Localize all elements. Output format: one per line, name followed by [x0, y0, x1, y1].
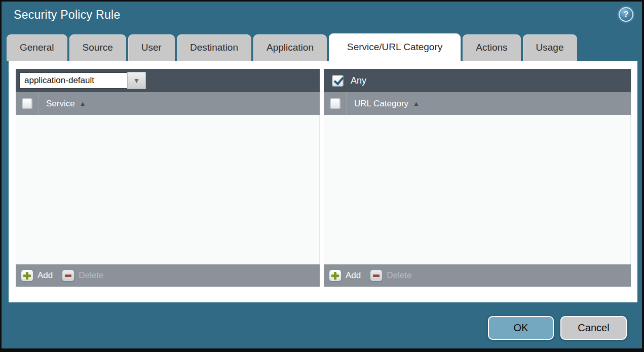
- tab-application[interactable]: Application: [253, 34, 327, 61]
- url-category-panel: Any URL Category ▲ Add: [324, 69, 631, 287]
- url-category-footer: Add Delete: [324, 264, 631, 287]
- plus-icon: [329, 269, 342, 282]
- tab-usage[interactable]: Usage: [523, 34, 577, 61]
- sort-ascending-icon: ▲: [413, 100, 420, 107]
- tab-user[interactable]: User: [128, 34, 175, 61]
- delete-label: Delete: [79, 270, 103, 281]
- service-toolbar: ▼: [16, 69, 320, 92]
- service-list-body: [16, 115, 320, 264]
- url-category-list-body: [324, 115, 631, 264]
- any-checkbox[interactable]: [332, 75, 343, 86]
- security-policy-rule-dialog: Security Policy Rule ? General Source Us…: [0, 0, 644, 352]
- tab-source[interactable]: Source: [69, 34, 126, 61]
- service-table-header: Service ▲: [16, 92, 320, 115]
- url-category-column-label: URL Category: [354, 99, 408, 109]
- service-column-label: Service: [46, 99, 75, 109]
- tab-general[interactable]: General: [7, 34, 67, 61]
- any-label: Any: [351, 75, 366, 86]
- tab-destination[interactable]: Destination: [177, 34, 251, 61]
- dialog-title: Security Policy Rule: [14, 8, 121, 22]
- service-header-checkbox-cell: [16, 92, 39, 115]
- delete-label: Delete: [387, 270, 411, 281]
- service-type-input[interactable]: [19, 72, 127, 89]
- service-footer: Add Delete: [16, 264, 320, 287]
- tab-bar: General Source User Destination Applicat…: [7, 33, 577, 61]
- tab-actions[interactable]: Actions: [463, 34, 520, 61]
- url-category-delete-button[interactable]: Delete: [370, 269, 411, 282]
- url-category-table-header: URL Category ▲: [324, 92, 631, 115]
- add-label: Add: [346, 270, 361, 281]
- url-category-header-checkbox-cell: [324, 92, 347, 115]
- chevron-down-icon[interactable]: ▼: [127, 72, 146, 89]
- any-row: Any: [327, 75, 366, 86]
- service-panel: ▼ Service ▲ Add Dele: [16, 69, 320, 287]
- url-category-add-button[interactable]: Add: [329, 269, 361, 282]
- ok-button[interactable]: OK: [488, 316, 554, 340]
- minus-icon: [370, 269, 383, 282]
- service-delete-button[interactable]: Delete: [62, 269, 103, 282]
- sort-ascending-icon: ▲: [80, 100, 86, 107]
- service-column-header[interactable]: Service ▲: [46, 99, 86, 109]
- service-type-combobox: ▼: [19, 72, 146, 89]
- url-category-toolbar: Any: [324, 69, 631, 92]
- url-category-select-all-checkbox[interactable]: [330, 99, 340, 108]
- cancel-button[interactable]: Cancel: [560, 316, 627, 340]
- plus-icon: [21, 269, 33, 282]
- service-add-button[interactable]: Add: [21, 269, 53, 282]
- service-select-all-checkbox[interactable]: [22, 99, 32, 108]
- minus-icon: [62, 269, 74, 282]
- add-label: Add: [37, 270, 53, 281]
- tab-content-area: ▼ Service ▲ Add Dele: [9, 61, 637, 302]
- url-category-column-header[interactable]: URL Category ▲: [354, 99, 420, 109]
- dialog-action-buttons: OK Cancel: [488, 316, 627, 340]
- help-icon[interactable]: ?: [619, 7, 633, 22]
- tab-service-url-category[interactable]: Service/URL Category: [329, 33, 461, 62]
